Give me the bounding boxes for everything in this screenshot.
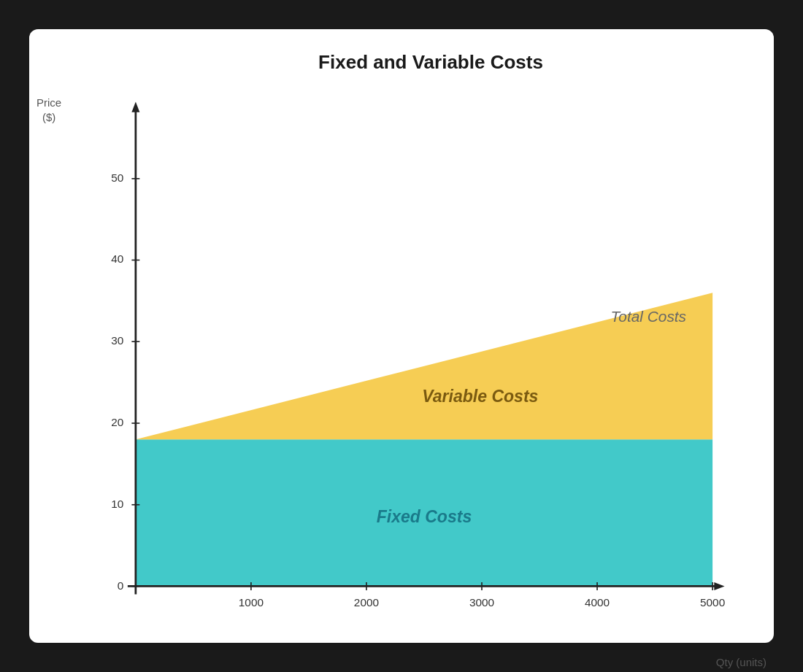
x-label-5000: 5000 <box>700 596 725 609</box>
x-axis-label: Qty (units) <box>716 656 766 668</box>
chart-container: Fixed and Variable Costs Price($) Qty (u… <box>29 29 774 643</box>
y-label-50: 50 <box>111 171 123 184</box>
x-label-1000: 1000 <box>239 596 264 609</box>
chart-area: Price($) Qty (units) <box>88 88 745 636</box>
x-label-2000: 2000 <box>354 596 379 609</box>
y-label-20: 20 <box>111 416 123 428</box>
variable-costs-label: Variable Costs <box>422 387 538 406</box>
x-label-4000: 4000 <box>585 596 610 609</box>
total-costs-label: Total Costs <box>611 308 687 325</box>
x-label-3000: 3000 <box>469 596 494 609</box>
y-label-0: 0 <box>118 579 124 592</box>
y-label-40: 40 <box>111 252 123 265</box>
main-svg: 0 10 20 30 40 50 1000 2000 <box>88 88 745 636</box>
y-label-30: 30 <box>111 334 123 347</box>
y-label-10: 10 <box>111 498 123 510</box>
y-axis-arrow <box>131 101 139 112</box>
y-axis-label: Price($) <box>36 96 61 124</box>
fixed-costs-label: Fixed Costs <box>377 507 472 526</box>
chart-title: Fixed and Variable Costs <box>318 51 543 74</box>
x-axis-arrow <box>714 582 724 590</box>
